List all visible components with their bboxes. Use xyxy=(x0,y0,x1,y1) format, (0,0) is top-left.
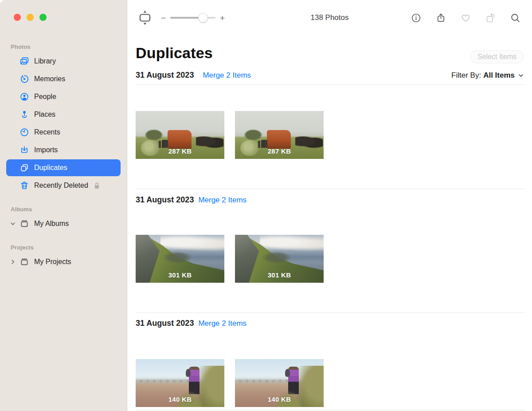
sidebar-item-duplicates[interactable]: Duplicates xyxy=(6,159,121,176)
zoom-in-button[interactable]: + xyxy=(220,14,225,22)
sidebar-item-my-projects[interactable]: My Projects xyxy=(6,253,121,270)
photo-content xyxy=(244,129,262,141)
photo-thumbnail[interactable]: 287 KB xyxy=(235,111,324,159)
zoom-window-button[interactable] xyxy=(39,14,47,21)
filter-by-label: Filter By: xyxy=(451,71,481,80)
trash-icon xyxy=(20,181,29,190)
photo-content xyxy=(260,235,324,251)
rotate-icon[interactable] xyxy=(485,13,496,23)
search-icon[interactable] xyxy=(510,13,520,23)
main-area: − + 138 Photos xyxy=(127,0,532,411)
photo-thumbnail[interactable]: 140 KB xyxy=(235,359,324,407)
album-icon xyxy=(20,219,29,229)
sidebar-item-label: Recents xyxy=(34,128,60,136)
photo-content xyxy=(168,130,192,149)
sidebar-section-albums: Albums xyxy=(11,206,127,213)
chevron-right-icon[interactable] xyxy=(10,259,16,265)
zoom-out-button[interactable]: − xyxy=(161,14,166,22)
sidebar: Photos Library Memories xyxy=(0,0,127,411)
photo-content xyxy=(160,235,224,251)
page-title: Duplicates xyxy=(136,44,525,62)
sidebar-item-places[interactable]: Places xyxy=(6,106,121,123)
photo-content xyxy=(235,379,295,382)
sidebar-item-label: Memories xyxy=(34,75,65,83)
title-row: Duplicates Select Items xyxy=(136,44,525,63)
duplicate-group-header: 31 August 2023 Merge 2 Items xyxy=(136,195,525,206)
divider xyxy=(136,410,525,411)
photo-content xyxy=(145,129,163,141)
sidebar-item-label: People xyxy=(34,93,56,101)
select-items-button[interactable]: Select Items xyxy=(470,50,524,63)
toolbar: − + 138 Photos xyxy=(127,0,532,36)
photo-thumbnail[interactable]: 140 KB xyxy=(136,359,224,407)
toolbar-actions xyxy=(411,0,520,36)
sidebar-item-imports[interactable]: Imports xyxy=(6,142,121,158)
merge-items-link[interactable]: Merge 2 Items xyxy=(198,196,246,205)
chevron-down-icon[interactable] xyxy=(10,221,16,227)
sidebar-item-label: Recently Deleted xyxy=(34,182,88,190)
file-size-badge: 301 KB xyxy=(136,271,224,279)
lock-icon xyxy=(93,182,101,190)
group-date: 31 August 2023 xyxy=(136,319,194,328)
file-size-badge: 287 KB xyxy=(235,147,324,155)
duplicate-group-header: 31 August 2023 Merge 2 Items xyxy=(136,319,525,329)
photo-content xyxy=(136,379,196,382)
divider xyxy=(136,312,525,313)
minimize-window-button[interactable] xyxy=(27,14,34,21)
photo-thumbnail[interactable]: 287 KB xyxy=(136,111,224,159)
divider xyxy=(136,189,525,189)
sidebar-item-people[interactable]: People xyxy=(6,88,121,105)
chevron-down-icon xyxy=(518,72,524,79)
sidebar-item-label: My Projects xyxy=(34,258,71,266)
merge-items-link[interactable]: Merge 2 Items xyxy=(203,71,251,80)
photo-content xyxy=(162,251,192,264)
content-area: Duplicates Select Items 31 August 2023 M… xyxy=(127,36,532,411)
recents-icon xyxy=(20,127,29,137)
close-window-button[interactable] xyxy=(14,14,21,21)
duplicate-group-header: 31 August 2023 Merge 2 Items Filter By: … xyxy=(136,71,525,81)
imports-icon xyxy=(20,145,29,155)
merge-items-link[interactable]: Merge 2 Items xyxy=(198,319,246,328)
zoom-slider[interactable] xyxy=(170,17,215,19)
file-size-badge: 140 KB xyxy=(235,395,324,403)
sidebar-item-recents[interactable]: Recents xyxy=(6,124,121,141)
zoom-slider-thumb[interactable] xyxy=(198,13,208,23)
group-date: 31 August 2023 xyxy=(136,195,194,205)
people-icon xyxy=(20,92,29,102)
photo-content xyxy=(267,130,291,149)
library-icon xyxy=(20,56,29,66)
file-size-badge: 301 KB xyxy=(235,271,324,279)
memories-icon xyxy=(20,74,29,84)
filter-by-value: All Items xyxy=(483,71,515,80)
sidebar-item-my-albums[interactable]: My Albums xyxy=(6,215,121,232)
window-controls xyxy=(0,0,127,21)
duplicates-icon xyxy=(20,163,29,173)
sidebar-section-photos: Photos xyxy=(11,43,127,50)
filter-by-dropdown[interactable]: Filter By: All Items xyxy=(451,71,524,80)
sidebar-item-label: My Albums xyxy=(34,220,69,228)
divider xyxy=(136,84,525,85)
sidebar-section-projects: Projects xyxy=(11,244,127,251)
photo-thumbnail[interactable]: 301 KB xyxy=(235,235,324,283)
favorite-icon[interactable] xyxy=(461,13,471,23)
sidebar-item-label: Duplicates xyxy=(34,164,67,172)
photo-content xyxy=(262,251,292,264)
photo-content xyxy=(258,141,263,148)
sidebar-item-memories[interactable]: Memories xyxy=(6,71,121,87)
duplicate-photos-row: 140 KB 140 KB xyxy=(136,359,525,407)
sidebar-item-label: Library xyxy=(34,57,56,65)
aspect-zoom-icon[interactable] xyxy=(139,10,151,26)
sidebar-item-recently-deleted[interactable]: Recently Deleted xyxy=(6,177,121,194)
sidebar-item-label: Imports xyxy=(34,146,58,154)
duplicate-photos-row: 301 KB 301 KB xyxy=(136,235,525,283)
share-icon[interactable] xyxy=(436,13,446,23)
photo-thumbnail[interactable]: 301 KB xyxy=(136,235,224,283)
info-icon[interactable] xyxy=(411,13,421,23)
photo-count: 138 Photos xyxy=(310,13,348,22)
places-icon xyxy=(20,110,29,119)
sidebar-item-label: Places xyxy=(34,111,55,119)
duplicate-photos-row: 287 KB 287 KB xyxy=(136,111,525,159)
sidebar-item-library[interactable]: Library xyxy=(6,53,121,70)
group-date: 31 August 2023 xyxy=(136,71,194,80)
photo-content xyxy=(159,141,164,148)
